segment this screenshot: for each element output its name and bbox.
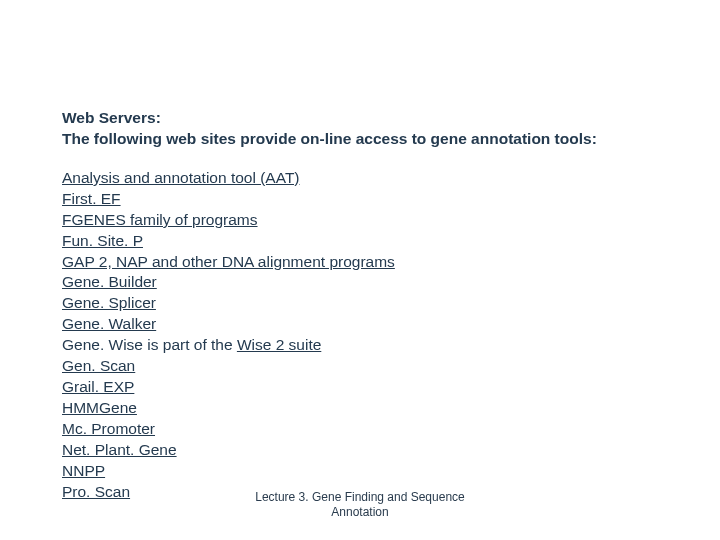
slide-footer: Lecture 3. Gene Finding and Sequence Ann…	[0, 490, 720, 520]
list-item: HMMGene	[62, 398, 658, 419]
tool-link[interactable]: Gen. Scan	[62, 357, 135, 374]
tool-link[interactable]: Gene. Walker	[62, 315, 156, 332]
list-item: Grail. EXP	[62, 377, 658, 398]
list-item: Gene. Wise is part of the Wise 2 suite	[62, 335, 658, 356]
list-item: Gene. Walker	[62, 314, 658, 335]
tool-link[interactable]: Mc. Promoter	[62, 420, 155, 437]
slide: Web Servers: The following web sites pro…	[0, 0, 720, 540]
list-item: Net. Plant. Gene	[62, 440, 658, 461]
list-item: First. EF	[62, 189, 658, 210]
tool-link[interactable]: HMMGene	[62, 399, 137, 416]
footer-line-2: Annotation	[0, 505, 720, 520]
tool-link[interactable]: Analysis and annotation tool (AAT)	[62, 169, 300, 186]
tool-link[interactable]: Net. Plant. Gene	[62, 441, 177, 458]
item-prefix: Gene. Wise is part of the	[62, 336, 237, 353]
heading-block: Web Servers: The following web sites pro…	[62, 108, 658, 150]
list-item: Gene. Builder	[62, 272, 658, 293]
tool-link[interactable]: Gene. Builder	[62, 273, 157, 290]
tool-link[interactable]: Fun. Site. P	[62, 232, 143, 249]
list-item: Mc. Promoter	[62, 419, 658, 440]
heading-line-1: Web Servers:	[62, 108, 658, 129]
tool-link[interactable]: Wise 2 suite	[237, 336, 321, 353]
list-item: Analysis and annotation tool (AAT)	[62, 168, 658, 189]
footer-line-1: Lecture 3. Gene Finding and Sequence	[0, 490, 720, 505]
heading-line-2: The following web sites provide on-line …	[62, 129, 658, 150]
list-item: Gen. Scan	[62, 356, 658, 377]
tool-link[interactable]: First. EF	[62, 190, 121, 207]
tool-link[interactable]: FGENES family of programs	[62, 211, 258, 228]
tool-list: Analysis and annotation tool (AAT) First…	[62, 168, 658, 503]
tool-link[interactable]: Gene. Splicer	[62, 294, 156, 311]
tool-link[interactable]: NNPP	[62, 462, 105, 479]
list-item: NNPP	[62, 461, 658, 482]
list-item: FGENES family of programs	[62, 210, 658, 231]
list-item: Gene. Splicer	[62, 293, 658, 314]
tool-link[interactable]: Grail. EXP	[62, 378, 134, 395]
list-item: GAP 2, NAP and other DNA alignment progr…	[62, 252, 658, 273]
tool-link[interactable]: GAP 2, NAP and other DNA alignment progr…	[62, 253, 395, 270]
list-item: Fun. Site. P	[62, 231, 658, 252]
